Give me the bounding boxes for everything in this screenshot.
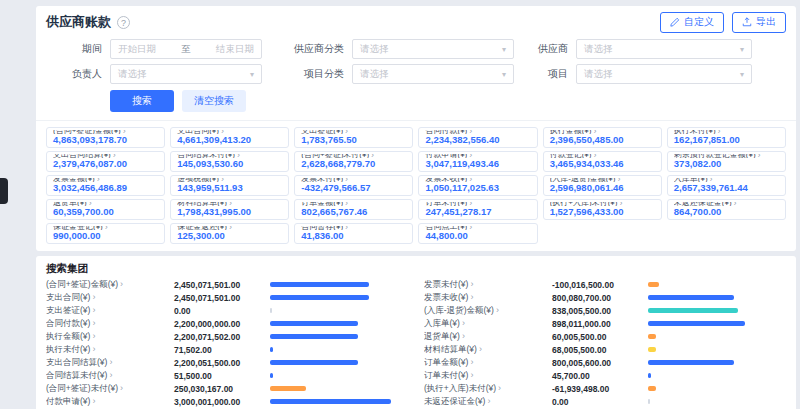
metric-row[interactable]: 发票未付(¥) › -100,016,500.00: [424, 278, 786, 291]
project-category-select[interactable]: 请选择 ▾: [352, 64, 514, 84]
kpi-tile[interactable]: 发票未收(¥) › 1,050,117,025.63: [418, 175, 537, 196]
kpi-tile[interactable]: 发票金额(¥) › 3,032,456,486.89: [46, 175, 165, 196]
metric-label: 合同付款(¥) ›: [46, 318, 174, 330]
supplier-category-select[interactable]: 请选择 ▾: [352, 39, 514, 59]
clear-search-button[interactable]: 清空搜索: [182, 90, 246, 112]
filter-label-period: 期间: [46, 42, 102, 56]
metric-row[interactable]: (合同+签证)金额(¥) › 2,450,071,501.00: [46, 278, 408, 291]
kpi-tile[interactable]: 发票未付(¥) › -432,479,566.57: [294, 175, 413, 196]
kpi-tile[interactable]: 支出合同(¥) › 4,661,309,413.20: [170, 127, 289, 148]
sidebar-collapse-handle[interactable]: [0, 178, 8, 204]
metric-bar: [270, 347, 273, 352]
edit-icon: [670, 17, 680, 27]
kpi-value: 125,300.00: [177, 230, 282, 241]
metric-value: -100,016,500.00: [552, 280, 648, 290]
export-button[interactable]: 导出: [732, 12, 786, 33]
kpi-tile[interactable]: 执行金额(¥) › 2,396,550,485.00: [543, 127, 662, 148]
kpi-tile[interactable]: 合同暂存(¥) › 41,836.00: [294, 223, 413, 244]
customize-button[interactable]: 自定义: [660, 12, 724, 33]
metric-row[interactable]: 订单未付(¥) › 45,700.00: [424, 369, 786, 382]
kpi-value: 864,700.00: [674, 206, 779, 217]
metric-label: 执行金额(¥) ›: [46, 331, 174, 343]
metric-row[interactable]: 支出合同(¥) › 2,450,071,501.00: [46, 291, 408, 304]
metric-bar-track: [648, 282, 786, 287]
metric-bar: [648, 360, 734, 365]
kpi-tile[interactable]: 进项税额(¥) › 143,959,511.93: [170, 175, 289, 196]
metrics-column-right: 发票未付(¥) › -100,016,500.00 发票未收(¥) › 800,…: [424, 278, 786, 409]
metric-value: 0.00: [174, 306, 270, 316]
kpi-value: 4,661,309,413.20: [177, 134, 282, 145]
kpi-tile[interactable]: (合同+签证)未付(¥) › 2,628,668,779.70: [294, 151, 413, 172]
kpi-tile[interactable]: (入库-退货)金额(¥) › 2,596,980,061.46: [543, 175, 662, 196]
search-button[interactable]: 搜索: [110, 90, 174, 112]
kpi-value: 1,050,117,025.63: [425, 182, 530, 193]
metric-bar-track: [270, 373, 408, 378]
metric-row[interactable]: (合同+签证)未付(¥) › 250,030,167.00: [46, 382, 408, 395]
kpi-tile[interactable]: 合同点工(¥) › 44,800.00: [418, 223, 537, 244]
chevron-down-icon: ▾: [740, 70, 744, 79]
metric-row[interactable]: 付款申请(¥) › 3,000,001,000.00: [46, 395, 408, 408]
metric-row[interactable]: 订单金额(¥) › 800,005,600.00: [424, 356, 786, 369]
chevron-right-icon: ›: [462, 332, 465, 341]
metric-label: (入库-退货)金额(¥) ›: [424, 305, 552, 317]
metric-row[interactable]: 执行金额(¥) › 2,200,071,502.00: [46, 330, 408, 343]
metric-label: 材料结算单(¥) ›: [424, 344, 552, 356]
metric-row[interactable]: 支出签证(¥) › 0.00: [46, 304, 408, 317]
metric-row[interactable]: 发票未收(¥) › 800,080,700.00: [424, 291, 786, 304]
kpi-tile[interactable]: 合同结算未付(¥) › 145,093,530.60: [170, 151, 289, 172]
kpi-tile[interactable]: 材料结算单(¥) › 1,798,431,995.00: [170, 199, 289, 220]
kpi-tile[interactable]: (执行+入库)未付(¥) › 1,527,596,433.00: [543, 199, 662, 220]
kpi-tile[interactable]: 合同付款(¥) › 2,234,382,556.40: [418, 127, 537, 148]
kpi-tile[interactable]: 付款登记(¥) › 3,465,934,033.46: [543, 151, 662, 172]
metric-row[interactable]: 材料结算单(¥) › 68,005,500.00: [424, 343, 786, 356]
kpi-value: 41,836.00: [301, 230, 406, 241]
kpi-tile[interactable]: 付款申请(¥) › 3,047,119,493.46: [418, 151, 537, 172]
owner-placeholder: 请选择: [118, 68, 147, 81]
kpi-tile[interactable]: 未返还保证金(¥) › 864,700.00: [667, 199, 786, 220]
metric-label: 执行未付(¥) ›: [46, 344, 174, 356]
kpi-tile[interactable]: 执行未付(¥) › 162,167,851.00: [667, 127, 786, 148]
kpi-tile[interactable]: 订单金额(¥) › 802,665,767.46: [294, 199, 413, 220]
metric-value: 2,200,000,000.00: [174, 319, 270, 329]
metric-value: 68,005,500.00: [552, 345, 648, 355]
metric-label: (合同+签证)未付(¥) ›: [46, 383, 174, 395]
metric-row[interactable]: 合同付款(¥) › 2,200,000,000.00: [46, 317, 408, 330]
metric-row[interactable]: 支出合同结算(¥) › 2,200,051,500.00: [46, 356, 408, 369]
metric-value: 800,080,700.00: [552, 293, 648, 303]
kpi-tile[interactable]: 入库单(¥) › 2,657,339,761.44: [667, 175, 786, 196]
project-select[interactable]: 请选择 ▾: [576, 64, 752, 84]
metric-row[interactable]: 合同结算未付(¥) › 51,500.00: [46, 369, 408, 382]
metric-value: 838,005,500.00: [552, 306, 648, 316]
kpi-tile[interactable]: 剩余预付款登记金额(¥) › 373,082.00: [667, 151, 786, 172]
metric-row[interactable]: 退货单(¥) › 60,005,500.00: [424, 330, 786, 343]
metric-bar-track: [648, 399, 786, 404]
kpi-tile[interactable]: 保证金登记(¥) › 990,000.00: [46, 223, 165, 244]
metric-label: 付款申请(¥) ›: [46, 396, 174, 408]
kpi-tile[interactable]: (合同+签证)金额(¥) › 4,863,093,178.70: [46, 127, 165, 148]
kpi-tile[interactable]: 订单未付(¥) › 247,451,278.17: [418, 199, 537, 220]
kpi-tile[interactable]: 保证金返还(¥) › 125,300.00: [170, 223, 289, 244]
kpi-value: 2,396,550,485.00: [550, 134, 655, 145]
kpi-tile[interactable]: 支出签证(¥) › 1,783,765.50: [294, 127, 413, 148]
kpi-value: 2,628,668,779.70: [301, 158, 406, 169]
filter-label-supplier: 供应商: [524, 42, 568, 56]
metric-row[interactable]: 入库单(¥) › 898,011,000.00: [424, 317, 786, 330]
supplier-select[interactable]: 请选择 ▾: [576, 39, 752, 59]
metric-row[interactable]: 执行未付(¥) › 71,502.00: [46, 343, 408, 356]
customize-button-label: 自定义: [684, 15, 714, 29]
chevron-right-icon: ›: [496, 306, 499, 315]
metric-bar: [648, 347, 656, 352]
metric-bar: [270, 334, 358, 339]
kpi-value: 143,959,511.93: [177, 182, 282, 193]
period-range-input[interactable]: 开始日期 至 结束日期: [110, 39, 262, 59]
owner-select[interactable]: 请选择 ▾: [110, 64, 262, 84]
metric-row[interactable]: 未返还保证金(¥) › 0.00: [424, 395, 786, 408]
kpi-tile[interactable]: 退货单(¥) › 60,359,700.00: [46, 199, 165, 220]
kpi-tile[interactable]: 支出合同结算(¥) › 2,379,476,087.00: [46, 151, 165, 172]
metric-row[interactable]: (执行+入库)未付(¥) › -61,939,498.00: [424, 382, 786, 395]
chevron-right-icon: ›: [120, 384, 123, 393]
metric-bar: [270, 386, 306, 391]
help-icon[interactable]: ?: [117, 16, 130, 29]
metric-row[interactable]: (入库-退货)金额(¥) › 838,005,500.00: [424, 304, 786, 317]
metric-value: 898,011,000.00: [552, 319, 648, 329]
